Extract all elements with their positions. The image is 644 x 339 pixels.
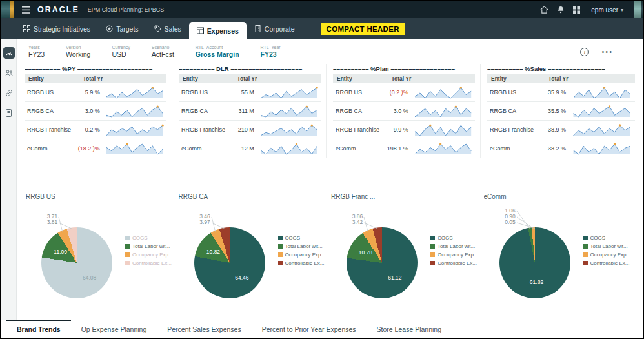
grid-header: Entity Total Yr <box>333 74 475 83</box>
tab-sales[interactable]: Sales <box>146 18 189 39</box>
grid-row[interactable]: eComm(18.2 )% <box>25 139 166 158</box>
sparkline-chart <box>259 141 318 156</box>
reports-button[interactable] <box>3 107 15 119</box>
content-area: Years FY23 Version Working Currency USD … <box>1 39 643 338</box>
grid-row[interactable]: RRGB Franchise210 M <box>179 121 321 139</box>
pov-chip-version[interactable]: Version Working <box>55 45 101 58</box>
pov-member-value: FY23 <box>28 50 45 58</box>
tab-strategic-initiatives[interactable]: Strategic Initiatives <box>15 18 98 39</box>
table-icon <box>197 27 204 34</box>
tab-expenses[interactable]: Expenses <box>189 22 247 39</box>
pie-plot-area[interactable]: COGS Total Labor wit... Occupancy Exp...… <box>177 201 330 313</box>
announcements-button[interactable] <box>556 5 566 15</box>
pov-member-value: ActFcst <box>152 50 174 58</box>
legend-label: Occupancy Exp... <box>438 252 478 258</box>
dashboard-grid-icon <box>23 25 30 32</box>
left-rail <box>1 39 17 338</box>
infolets-button[interactable] <box>3 47 15 59</box>
collaboration-button[interactable] <box>3 67 15 79</box>
grid-row[interactable]: RRGB US55 M <box>179 83 321 102</box>
legend-swatch <box>278 261 283 265</box>
legend-item-cogs[interactable]: COGS <box>583 235 631 241</box>
tab-targets[interactable]: Targets <box>98 18 146 39</box>
infolet-grids: ========== %PY ===================== Ent… <box>17 64 643 158</box>
bell-icon <box>557 6 565 14</box>
legend-swatch <box>125 252 130 257</box>
pie-disc[interactable] <box>347 227 418 298</box>
total-yr-value: 5.9 % <box>72 89 105 96</box>
tab-corporate[interactable]: Corporate <box>247 18 303 39</box>
bottom-tab-op-expense-planning[interactable]: Op Expense Planning <box>71 320 157 338</box>
bottom-tab-brand-trends[interactable]: Brand Trends <box>6 320 71 338</box>
pie-value-label: 0.05 <box>505 219 516 225</box>
overflow-menu-icon[interactable]: ••• <box>598 47 617 56</box>
legend-item-controllable[interactable]: Controllable Ex... <box>430 260 478 266</box>
legend-item-cogs[interactable]: COGS <box>278 235 326 241</box>
total-yr-value: (18.2 )% <box>72 145 105 152</box>
entity-label: RRGB Franchise <box>27 127 72 133</box>
grid-row[interactable]: eComm12 M <box>179 139 321 158</box>
grid-row[interactable]: RRGB Franchise38.9 % <box>487 121 635 139</box>
legend-item-cogs[interactable]: COGS <box>125 235 173 241</box>
pie-disc[interactable] <box>41 227 112 298</box>
grid-row[interactable]: RRGB CA35.5 % <box>487 102 635 121</box>
grid-row[interactable]: RRGB US(0.2 )% <box>333 83 475 102</box>
grid-row[interactable]: eComm38.2 % <box>487 139 635 158</box>
legend-item-total-labor[interactable]: Total Labor wit... <box>430 243 478 249</box>
pie-plot-area[interactable]: COGS Total Labor wit... Occupancy Exp...… <box>483 201 636 313</box>
pie-chart-rrgb-ca: RRGB CA COGS Total Labor wit... Occupanc… <box>177 193 330 313</box>
legend-item-controllable[interactable]: Controllable Ex... <box>583 260 631 266</box>
legend-swatch <box>430 252 435 257</box>
top-banner-inner: ORACLE EPM Cloud Planning: EPBCS epm use… <box>14 1 634 18</box>
user-menu[interactable]: epm user ▾ <box>587 6 627 14</box>
grid-row[interactable]: RRGB Franchise0.2 % <box>25 121 166 139</box>
legend-label: COGS <box>132 235 148 241</box>
pie-legend: COGS Total Labor wit... Occupancy Exp...… <box>125 235 173 266</box>
links-button[interactable] <box>3 87 15 99</box>
info-icon[interactable]: i <box>580 48 589 56</box>
grid-row[interactable]: RRGB CA311 M <box>179 102 321 121</box>
pie-disc[interactable] <box>499 227 570 298</box>
hamburger-menu-button[interactable] <box>21 5 32 15</box>
pov-chip-rtl-account[interactable]: RTL_Account Gross Margin <box>185 45 250 58</box>
legend-item-occupancy[interactable]: Occupancy Exp... <box>278 252 326 258</box>
pie-plot-area[interactable]: COGS Total Labor wit... Occupancy Exp...… <box>330 201 483 313</box>
legend-item-total-labor[interactable]: Total Labor wit... <box>278 243 326 249</box>
legend-item-occupancy[interactable]: Occupancy Exp... <box>583 252 631 258</box>
pov-chip-scenario[interactable]: Scenario ActFcst <box>141 45 185 58</box>
apps-grid-button[interactable] <box>572 5 581 15</box>
pie-plot-area[interactable]: COGS Total Labor wit... Occupancy Exp...… <box>25 201 177 313</box>
legend-item-controllable[interactable]: Controllable Ex... <box>278 260 326 266</box>
pov-chip-rtl-year[interactable]: RTL_Year FY23 <box>250 45 291 58</box>
total-yr-value: 9.9 % <box>381 127 414 133</box>
grid-row[interactable]: RRGB Franchise9.9 % <box>333 121 475 139</box>
legend-item-total-labor[interactable]: Total Labor wit... <box>125 243 173 249</box>
grid-row[interactable]: RRGB CA3.0 % <box>25 102 166 121</box>
legend-item-total-labor[interactable]: Total Labor wit... <box>583 243 631 249</box>
legend-label: Occupancy Exp... <box>285 252 326 258</box>
legend-label: Controllable Ex... <box>132 260 172 266</box>
legend-item-controllable[interactable]: Controllable Ex... <box>125 260 173 266</box>
entity-label: eComm <box>490 145 537 152</box>
legend-label: Total Labor wit... <box>132 243 170 249</box>
pov-chip-years[interactable]: Years FY23 <box>26 45 55 58</box>
grid-row[interactable]: RRGB CA3.0 % <box>333 102 475 121</box>
home-button[interactable] <box>539 5 550 15</box>
grid-row[interactable]: eComm198.1 % <box>333 139 475 158</box>
legend-label: Total Labor wit... <box>285 243 323 249</box>
legend-item-occupancy[interactable]: Occupancy Exp... <box>430 252 478 258</box>
pie-disc[interactable] <box>194 227 265 298</box>
legend-swatch <box>583 244 588 249</box>
legend-item-cogs[interactable]: COGS <box>430 235 478 241</box>
grid-row[interactable]: RRGB US35.9 % <box>487 83 635 102</box>
grid-row[interactable]: RRGB US5.9 % <box>25 83 166 102</box>
sparkline-chart <box>414 104 472 118</box>
legend-item-occupancy[interactable]: Occupancy Exp... <box>125 252 173 258</box>
bottom-tab-store-lease-planning[interactable]: Store Lease Planning <box>367 320 452 338</box>
link-icon <box>5 89 13 97</box>
sparkline-chart <box>414 141 472 156</box>
bottom-tab-percent-sales-expenses[interactable]: Percent Sales Expenses <box>157 320 251 338</box>
bottom-tab-percent-to-prior-year-expenses[interactable]: Percent to Prior Year Expenses <box>252 320 367 338</box>
grid-title: ========== %PY ===================== <box>25 65 166 72</box>
pov-chip-currency[interactable]: Currency USD <box>101 45 140 58</box>
